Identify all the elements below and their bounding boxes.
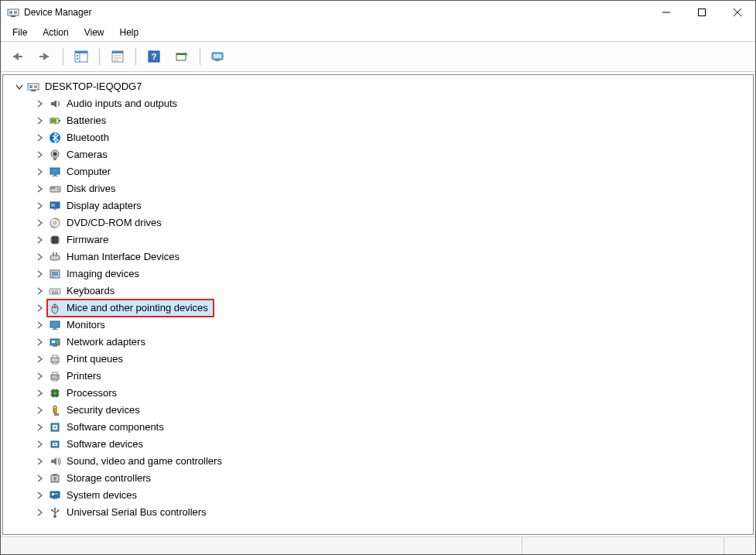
svg-rect-3 <box>11 15 15 17</box>
tree-item-imaging-devices[interactable]: Imaging devices <box>14 266 753 283</box>
chevron-right-icon[interactable] <box>34 200 45 211</box>
chevron-right-icon[interactable] <box>34 371 45 382</box>
chevron-right-icon[interactable] <box>34 218 45 228</box>
printqueue-icon <box>48 352 62 366</box>
tree-item-label: Universal Serial Bus controllers <box>65 504 208 521</box>
chevron-right-icon[interactable] <box>34 235 45 245</box>
chevron-right-icon[interactable] <box>34 149 45 160</box>
tree-item-label: Firmware <box>65 231 110 248</box>
chevron-down-icon[interactable] <box>14 81 25 92</box>
tree-item-label: Batteries <box>65 112 108 129</box>
tree-item-label: Monitors <box>65 317 107 334</box>
battery-icon <box>48 114 62 128</box>
chevron-right-icon[interactable] <box>34 166 45 177</box>
chevron-right-icon[interactable] <box>34 183 45 194</box>
tree-item-storage-controllers[interactable]: Storage controllers <box>14 470 753 487</box>
tree-item-bluetooth[interactable]: Bluetooth <box>14 129 753 146</box>
chevron-right-icon[interactable] <box>34 405 45 416</box>
chevron-right-icon[interactable] <box>34 320 45 331</box>
chevron-right-icon[interactable] <box>34 473 45 484</box>
tree-item-system-devices[interactable]: System devices <box>14 487 753 504</box>
tree-item-label: Software components <box>65 419 166 436</box>
chevron-right-icon[interactable] <box>34 456 45 467</box>
system-icon <box>48 488 62 502</box>
speaker-icon <box>48 97 62 111</box>
chevron-right-icon[interactable] <box>34 507 45 518</box>
tree-item-print-queues[interactable]: Print queues <box>14 351 753 368</box>
chevron-right-icon[interactable] <box>34 115 45 126</box>
tree-item-mice-and-other-pointing-devices[interactable]: Mice and other pointing devices <box>14 300 753 317</box>
help-button[interactable]: ? <box>141 45 167 68</box>
tree-item-label: DVD/CD-ROM drives <box>65 214 163 231</box>
maximize-button[interactable] <box>684 1 720 24</box>
cpu-icon <box>48 386 62 400</box>
menu-help[interactable]: Help <box>113 26 146 39</box>
tree-item-software-components[interactable]: Software components <box>14 419 753 436</box>
devices-by-connection-button[interactable] <box>205 45 231 68</box>
chevron-right-icon[interactable] <box>34 388 45 399</box>
svg-rect-23 <box>176 53 186 55</box>
chevron-right-icon[interactable] <box>34 286 45 296</box>
tree-item-label: Disk drives <box>65 180 118 197</box>
tree-item-label: Printers <box>65 368 103 385</box>
imaging-icon <box>48 267 62 281</box>
security-icon <box>48 403 62 417</box>
tree-item-label: Bluetooth <box>65 129 111 146</box>
tree-item-label: Processors <box>65 385 118 402</box>
tree-item-firmware[interactable]: Firmware <box>14 231 753 248</box>
tree-item-audio-inputs-and-outputs[interactable]: Audio inputs and outputs <box>14 95 753 112</box>
svg-rect-16 <box>112 51 123 53</box>
disk-icon <box>48 182 62 196</box>
tree-item-label: Software devices <box>65 436 145 453</box>
menu-view[interactable]: View <box>77 26 111 39</box>
svg-text:?: ? <box>152 52 157 61</box>
tree-item-disk-drives[interactable]: Disk drives <box>14 180 753 197</box>
chevron-right-icon[interactable] <box>34 132 45 143</box>
tree-item-label: Storage controllers <box>65 470 152 487</box>
chevron-right-icon[interactable] <box>34 303 45 313</box>
chevron-right-icon[interactable] <box>34 490 45 501</box>
tree-item-network-adapters[interactable]: Network adapters <box>14 334 753 351</box>
minimize-button[interactable] <box>648 1 684 24</box>
tree-item-cameras[interactable]: Cameras <box>14 146 753 163</box>
content-area: DESKTOP-IEQQDG7Audio inputs and outputsB… <box>1 72 755 536</box>
close-button[interactable] <box>720 1 755 24</box>
tree-item-universal-serial-bus-controllers[interactable]: Universal Serial Bus controllers <box>14 504 753 521</box>
svg-rect-5 <box>699 9 706 16</box>
chevron-right-icon[interactable] <box>34 422 45 433</box>
chevron-right-icon[interactable] <box>34 439 45 450</box>
tree-item-display-adapters[interactable]: Display adapters <box>14 197 753 214</box>
tree-item-label: Imaging devices <box>65 266 141 283</box>
chevron-right-icon[interactable] <box>34 354 45 365</box>
tree-item-printers[interactable]: Printers <box>14 368 753 385</box>
tree-item-security-devices[interactable]: Security devices <box>14 402 753 419</box>
menubar: File Action View Help <box>1 24 755 42</box>
tree-item-label: System devices <box>65 487 139 504</box>
chevron-right-icon[interactable] <box>34 337 45 348</box>
show-hide-tree-button[interactable] <box>68 45 94 68</box>
forward-button[interactable] <box>32 45 58 68</box>
tree-item-processors[interactable]: Processors <box>14 385 753 402</box>
scan-hardware-button[interactable] <box>169 45 195 68</box>
chevron-right-icon[interactable] <box>34 98 45 109</box>
tree-item-software-devices[interactable]: Software devices <box>14 436 753 453</box>
tree-item-dvd-cd-rom-drives[interactable]: DVD/CD-ROM drives <box>14 214 753 231</box>
tree-item-label: Sound, video and game controllers <box>65 453 224 470</box>
device-tree[interactable]: DESKTOP-IEQQDG7Audio inputs and outputsB… <box>2 74 754 535</box>
tree-item-label: Keyboards <box>65 283 116 300</box>
tree-item-batteries[interactable]: Batteries <box>14 112 753 129</box>
tree-item-human-interface-devices[interactable]: Human Interface Devices <box>14 248 753 266</box>
tree-item-keyboards[interactable]: Keyboards <box>14 283 753 300</box>
camera-icon <box>48 148 62 162</box>
tree-root-computer[interactable]: DESKTOP-IEQQDG7 <box>14 78 753 95</box>
menu-action[interactable]: Action <box>36 26 75 39</box>
back-button[interactable] <box>4 45 30 68</box>
chevron-right-icon[interactable] <box>34 252 45 262</box>
menu-file[interactable]: File <box>5 26 34 39</box>
computer-icon <box>26 80 40 94</box>
tree-item-computer[interactable]: Computer <box>14 163 753 180</box>
tree-item-sound-video-and-game-controllers[interactable]: Sound, video and game controllers <box>14 453 753 470</box>
chevron-right-icon[interactable] <box>34 269 45 279</box>
properties-button[interactable] <box>104 45 131 68</box>
tree-item-monitors[interactable]: Monitors <box>14 317 753 334</box>
